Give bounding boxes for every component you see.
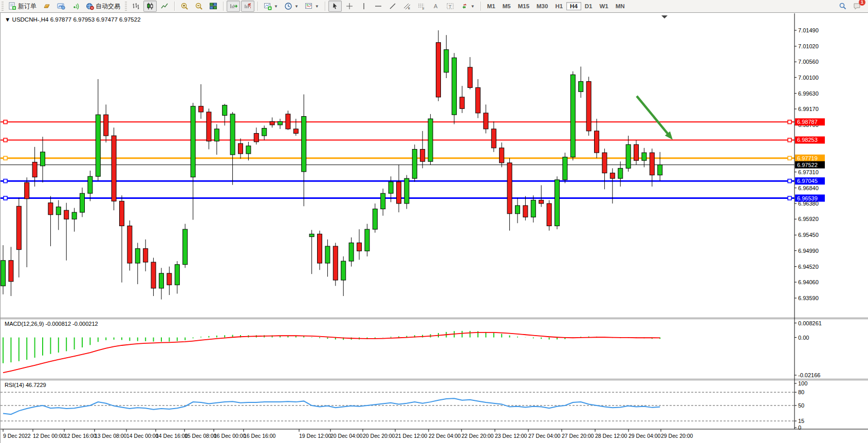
fibonacci-tool-button[interactable]: F bbox=[415, 1, 428, 12]
macd-axis-label: 0.008261 bbox=[798, 320, 822, 326]
line-anchor-handle[interactable] bbox=[788, 120, 791, 124]
periods-button[interactable]: ▼ bbox=[282, 1, 301, 12]
bullish-candle bbox=[246, 146, 251, 154]
price-tick-label: 6.95450 bbox=[798, 232, 819, 238]
time-axis-label: 29 Dec 04:00 bbox=[629, 433, 661, 439]
notifications-button[interactable]: 1 bbox=[851, 1, 864, 12]
timeframe-m15-button[interactable]: M15 bbox=[514, 2, 533, 10]
macd-axis-label: 0.00 bbox=[798, 335, 809, 341]
line-anchor-handle[interactable] bbox=[4, 120, 7, 124]
time-axis-label: 20 Dec 04:00 bbox=[330, 433, 363, 439]
bearish-candle bbox=[318, 234, 322, 263]
line-anchor-handle[interactable] bbox=[4, 156, 7, 160]
text-label-tool-button[interactable]: T bbox=[444, 1, 457, 12]
line-anchor-handle[interactable] bbox=[4, 138, 7, 142]
terminal-button[interactable] bbox=[54, 1, 68, 12]
bullish-candle bbox=[302, 117, 306, 172]
line-anchor-handle[interactable] bbox=[788, 156, 791, 160]
timeframe-m1-button[interactable]: M1 bbox=[484, 2, 499, 10]
price-tick-label: 7.00560 bbox=[798, 59, 819, 65]
price-tick-label: 6.99630 bbox=[798, 90, 819, 97]
cursor-icon bbox=[331, 2, 339, 10]
timeframe-h1-button[interactable]: H1 bbox=[551, 2, 566, 10]
price-chart[interactable]: 7.014907.010207.005607.001006.996306.991… bbox=[1, 13, 868, 443]
timeframe-mn-button[interactable]: MN bbox=[612, 2, 629, 10]
svg-text:F: F bbox=[422, 7, 424, 10]
fibonacci-icon: F bbox=[417, 2, 426, 10]
line-anchor-handle[interactable] bbox=[788, 179, 791, 183]
timeframe-d1-button[interactable]: D1 bbox=[581, 2, 596, 10]
bearish-candle bbox=[64, 210, 69, 219]
metaeditor-button[interactable] bbox=[40, 1, 53, 12]
svg-text:E: E bbox=[408, 7, 410, 10]
bullish-candle bbox=[175, 265, 179, 285]
auto-scroll-button[interactable] bbox=[227, 1, 240, 12]
candlestick-chart-type-button[interactable] bbox=[143, 1, 157, 12]
timeframe-w1-button[interactable]: W1 bbox=[596, 2, 612, 10]
toolbar-grip[interactable] bbox=[2, 2, 4, 11]
timeframe-h4-button[interactable]: H4 bbox=[566, 2, 581, 10]
zoom-out-button[interactable] bbox=[192, 1, 206, 12]
text-label-icon: T bbox=[446, 2, 454, 10]
line-anchor-handle[interactable] bbox=[788, 196, 791, 200]
bearish-candle bbox=[48, 203, 53, 215]
cursor-tool-button[interactable] bbox=[328, 1, 342, 12]
timeframe-m5-button[interactable]: M5 bbox=[499, 2, 514, 10]
clock-icon bbox=[284, 2, 292, 10]
toolbar: 新订单 bbox=[0, 0, 868, 13]
crosshair-tool-button[interactable] bbox=[343, 1, 356, 12]
time-axis-label: 29 Dec 20:00 bbox=[661, 433, 693, 439]
bullish-candle bbox=[579, 82, 583, 92]
timeframe-m30-button[interactable]: M30 bbox=[533, 2, 551, 10]
tile-windows-button[interactable] bbox=[207, 1, 220, 12]
bearish-candle bbox=[539, 200, 544, 204]
terminal-icon bbox=[57, 2, 65, 10]
vertical-line-icon bbox=[360, 2, 368, 10]
crosshair-icon bbox=[345, 2, 354, 10]
zoom-in-button[interactable] bbox=[178, 1, 191, 12]
text-tool-button[interactable]: A bbox=[429, 1, 442, 12]
autotrade-label: 自动交易 bbox=[96, 2, 120, 11]
channel-tool-button[interactable]: E bbox=[400, 1, 414, 12]
time-axis-label: 16 Dec 16:00 bbox=[244, 433, 276, 439]
templates-button[interactable]: ▼ bbox=[302, 1, 322, 12]
line-anchor-handle[interactable] bbox=[4, 196, 7, 200]
time-axis-label: 28 Dec 12:00 bbox=[595, 433, 627, 439]
bearish-candle bbox=[270, 121, 274, 125]
add-indicator-button[interactable]: ▼ bbox=[261, 1, 281, 12]
line-chart-icon bbox=[160, 2, 169, 10]
horizontal-line-tool-button[interactable] bbox=[372, 1, 385, 12]
bullish-candle bbox=[618, 168, 623, 178]
bullish-candle bbox=[570, 75, 575, 157]
text-icon: A bbox=[432, 2, 440, 10]
search-button[interactable] bbox=[836, 1, 849, 12]
time-axis-label: 21 Dec 12:00 bbox=[395, 433, 428, 439]
time-axis-label: 9 Dec 2022 bbox=[3, 433, 31, 439]
line-anchor-handle[interactable] bbox=[4, 179, 7, 183]
bearish-candle bbox=[507, 163, 512, 214]
bearish-candle bbox=[460, 97, 465, 108]
bearish-candle bbox=[127, 226, 132, 264]
bullish-candle bbox=[341, 261, 346, 280]
bullish-candle bbox=[349, 243, 354, 262]
line-anchor-handle[interactable] bbox=[788, 138, 791, 142]
bar-chart-icon bbox=[132, 2, 140, 10]
signals-button[interactable] bbox=[69, 1, 82, 12]
price-tick-label: 6.94990 bbox=[798, 248, 819, 254]
time-axis-label: 13 Dec 08:00 bbox=[95, 433, 127, 439]
bar-chart-type-button[interactable] bbox=[129, 1, 142, 12]
add-indicator-icon bbox=[264, 2, 272, 10]
autotrade-button[interactable]: 自动交易 bbox=[83, 1, 123, 12]
toolbar-grip[interactable] bbox=[125, 2, 127, 11]
trendline-tool-button[interactable] bbox=[386, 1, 399, 12]
bullish-candle bbox=[96, 115, 100, 176]
line-chart-type-button[interactable] bbox=[158, 1, 171, 12]
bearish-candle bbox=[286, 114, 290, 129]
arrows-tool-button[interactable]: ▼ bbox=[458, 1, 477, 12]
bullish-candle bbox=[404, 178, 409, 204]
chart-shift-button[interactable] bbox=[241, 1, 254, 12]
new-order-button[interactable]: 新订单 bbox=[6, 1, 39, 12]
vertical-line-tool-button[interactable] bbox=[357, 1, 371, 12]
rsi-axis-label: 80 bbox=[798, 389, 804, 395]
svg-text:A: A bbox=[434, 3, 438, 9]
